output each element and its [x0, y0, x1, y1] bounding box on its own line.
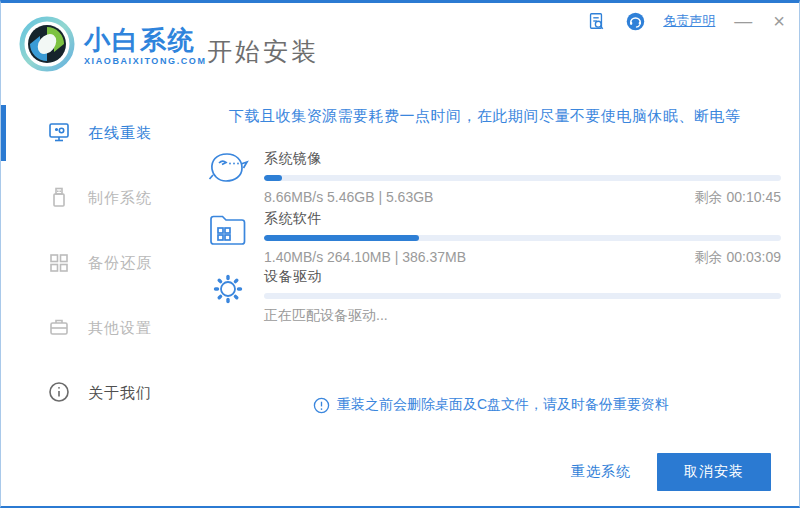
usb-drive-icon: [47, 185, 71, 213]
cancel-install-button[interactable]: 取消安装: [657, 453, 771, 491]
close-button[interactable]: ×: [771, 11, 787, 31]
task-row-system-software: 系统软件 1.40MB/s 264.10MB | 386.37MB 剩余 00:…: [206, 210, 781, 267]
titlebar-controls: 免责声明 — ×: [585, 10, 787, 32]
sidebar-item-label: 其他设置: [88, 319, 152, 338]
gear-icon: [206, 268, 250, 312]
task-row-system-image: 系统镜像 8.66MB/s 5.46GB | 5.63GB 剩余 00:10:4…: [206, 150, 781, 207]
task-name: 系统软件: [264, 210, 781, 228]
task-remaining: 剩余 00:10:45: [695, 189, 781, 207]
task-detail: 8.66MB/s 5.46GB | 5.63GB: [264, 189, 433, 207]
task-detail: 1.40MB/s 264.10MB | 386.37MB: [264, 249, 466, 267]
brand-logo-icon: [19, 16, 75, 76]
page-title: 开始安装: [207, 35, 319, 68]
mascot-face-icon: [206, 150, 250, 194]
sidebar-item-backup-restore[interactable]: 备份还原: [1, 231, 201, 296]
progress-bar-system-software: [264, 235, 781, 241]
bill-document-icon[interactable]: [585, 10, 607, 32]
brand-name: 小白系统: [84, 26, 207, 55]
sidebar-item-label: 备份还原: [88, 254, 152, 273]
task-remaining: 剩余 00:03:09: [695, 249, 781, 267]
disclaimer-link[interactable]: 免责声明: [663, 12, 715, 30]
blocks-icon: [47, 250, 71, 278]
footer-actions: 重选系统 取消安装: [571, 453, 771, 491]
task-detail: 正在匹配设备驱动...: [264, 307, 388, 325]
reselect-system-button[interactable]: 重选系统: [571, 463, 631, 481]
sidebar-item-other-settings[interactable]: 其他设置: [1, 296, 201, 361]
customer-service-icon[interactable]: [624, 10, 646, 32]
app-window: 免责声明 — × 小白系统 XIAOBAIXITO: [0, 0, 800, 508]
task-name: 系统镜像: [264, 150, 781, 168]
sidebar-item-label: 关于我们: [88, 384, 152, 403]
sidebar-item-label: 在线重装: [88, 124, 152, 143]
warning-exclamation-icon: [313, 397, 330, 414]
backup-warning: 重装之前会删除桌面及C盘文件，请及时备份重要资料: [201, 396, 781, 414]
backup-warning-text: 重装之前会删除桌面及C盘文件，请及时备份重要资料: [337, 396, 669, 414]
progress-bar-system-image: [264, 175, 781, 181]
info-icon: [47, 380, 71, 408]
minimize-button[interactable]: —: [732, 12, 754, 30]
task-name: 设备驱动: [264, 268, 781, 286]
brand-domain: XIAOBAIXITONG.COM: [84, 56, 207, 66]
monitor-icon: [47, 120, 71, 148]
sidebar-item-about-us[interactable]: 关于我们: [1, 361, 201, 426]
progress-bar-device-driver: [264, 293, 781, 299]
download-notice: 下载且收集资源需要耗费一点时间，在此期间尽量不要使电脑休眠、断电等: [229, 107, 789, 126]
briefcase-icon: [47, 315, 71, 343]
brand-logo: 小白系统 XIAOBAIXITONG.COM: [19, 16, 207, 76]
sidebar: 在线重装 制作系统 备份还原: [1, 101, 201, 426]
task-row-device-driver: 设备驱动 正在匹配设备驱动...: [206, 268, 781, 325]
sidebar-item-make-system[interactable]: 制作系统: [1, 166, 201, 231]
sidebar-item-label: 制作系统: [88, 189, 152, 208]
folder-apps-icon: [206, 210, 250, 254]
sidebar-item-online-reinstall[interactable]: 在线重装: [1, 101, 201, 166]
